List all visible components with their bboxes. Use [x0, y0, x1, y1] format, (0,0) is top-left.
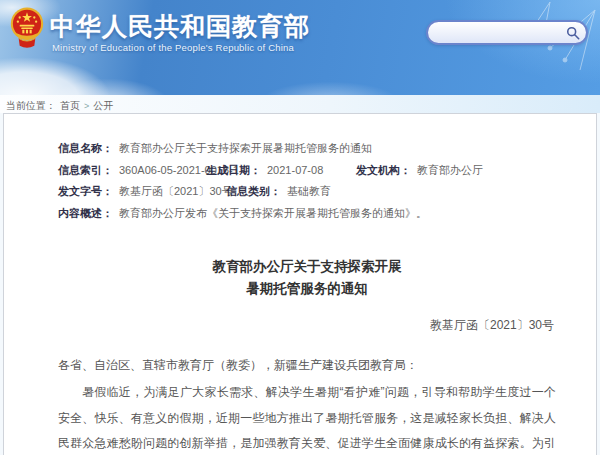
- meta-row-index: 信息索引： 360A06-05-2021-0018-1 生成日期： 2021-0…: [58, 160, 556, 182]
- meta-agency-value: 教育部办公厅: [417, 160, 483, 182]
- meta-docno-value: 教基厅函〔2021〕30号: [119, 181, 233, 203]
- meta-name-label: 信息名称：: [58, 138, 113, 160]
- document-title-line2: 暑期托管服务的通知: [58, 278, 556, 300]
- document-paragraph: 暑假临近，为满足广大家长需求、解决学生暑期“看护难”问题，引导和帮助学生度过一个…: [58, 380, 556, 455]
- meta-row-name: 信息名称： 教育部办公厅关于支持探索开展暑期托管服务的通知: [58, 138, 556, 160]
- site-header: 中华人民共和国教育部 Ministry of Education of the …: [0, 0, 600, 95]
- meta-index-label: 信息索引：: [58, 160, 113, 182]
- meta-date-label: 生成日期：: [206, 160, 261, 182]
- site-title: 中华人民共和国教育部: [50, 10, 310, 43]
- dandelion-decoration-icon: [430, 0, 600, 95]
- search-box[interactable]: [426, 20, 588, 45]
- breadcrumb: 当前位置： 首页 > 公开: [0, 95, 600, 113]
- document-title-line1: 教育部办公厅关于支持探索开展: [58, 256, 556, 278]
- document-title: 教育部办公厅关于支持探索开展 暑期托管服务的通知: [58, 256, 556, 300]
- document-metadata: 信息名称： 教育部办公厅关于支持探索开展暑期托管服务的通知 信息索引： 360A…: [58, 138, 556, 224]
- breadcrumb-label: 当前位置：: [6, 99, 56, 113]
- document-salutation: 各省、自治区、直辖市教育厅（教委），新疆生产建设兵团教育局：: [58, 357, 556, 374]
- search-icon[interactable]: [566, 26, 580, 40]
- content-panel: 信息名称： 教育部办公厅关于支持探索开展暑期托管服务的通知 信息索引： 360A…: [3, 113, 597, 455]
- search-input[interactable]: [438, 27, 566, 39]
- meta-row-summary: 内容概述： 教育部办公厅发布《关于支持探索开展暑期托管服务的通知》。: [58, 203, 556, 225]
- meta-name-value: 教育部办公厅关于支持探索开展暑期托管服务的通知: [119, 138, 372, 160]
- meta-summary-label: 内容概述：: [58, 203, 113, 225]
- breadcrumb-section-link[interactable]: 公开: [93, 99, 113, 113]
- breadcrumb-home-link[interactable]: 首页: [60, 99, 80, 113]
- meta-date-value: 2021-07-08: [267, 160, 323, 182]
- site-subtitle: Ministry of Education of the People's Re…: [52, 42, 294, 53]
- meta-row-docno: 发文字号： 教基厅函〔2021〕30号 信息类别： 基础教育: [58, 181, 556, 203]
- document-number: 教基厅函〔2021〕30号: [58, 317, 556, 334]
- chevron-right-icon: >: [84, 101, 89, 111]
- meta-category-label: 信息类别：: [226, 181, 281, 203]
- meta-agency-label: 发文机构：: [356, 160, 411, 182]
- meta-docno-label: 发文字号：: [58, 181, 113, 203]
- national-emblem-icon: [10, 6, 44, 54]
- meta-summary-value: 教育部办公厅发布《关于支持探索开展暑期托管服务的通知》。: [119, 203, 427, 225]
- meta-category-value: 基础教育: [287, 181, 331, 203]
